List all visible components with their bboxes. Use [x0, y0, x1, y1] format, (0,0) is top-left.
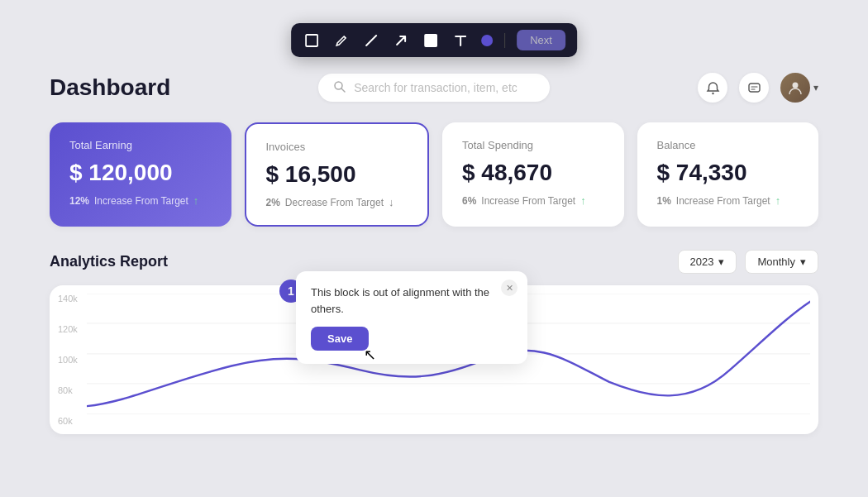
total-spending-percent: 6%	[462, 195, 476, 207]
total-earning-card: Total Earning $ 120,000 12% Increase Fro…	[50, 122, 231, 227]
balance-card: Balance $ 74,330 1% Increase From Target…	[637, 122, 819, 227]
invoices-percent: 2%	[266, 197, 280, 208]
invoices-arrow-icon: ↓	[389, 196, 394, 208]
main-content: Dashboard Search for transaction, item, …	[0, 0, 868, 451]
search-placeholder: Search for transaction, item, etc	[354, 81, 517, 94]
arrow-tool-icon[interactable]	[392, 31, 410, 50]
user-avatar	[780, 73, 810, 103]
y-label-80k: 80k	[58, 385, 78, 395]
balance-percent: 1%	[657, 195, 671, 207]
svg-rect-2	[424, 34, 437, 47]
annotation-tooltip: ✕ This block is out of alignment with th…	[296, 271, 527, 364]
text-tool-icon[interactable]	[451, 31, 470, 50]
total-spending-card: Total Spending $ 48,670 6% Increase From…	[442, 122, 624, 227]
balance-value: $ 74,330	[657, 160, 799, 186]
search-icon	[333, 80, 346, 95]
total-earning-change-label: Increase From Target	[94, 195, 188, 207]
y-label-120k: 120k	[58, 324, 78, 334]
invoices-change-label: Decrease From Target	[285, 197, 384, 208]
total-earning-arrow-icon: ↑	[193, 194, 199, 207]
page-title: Dashboard	[50, 74, 170, 101]
annotation-marker: 1 ✕ This block is out of alignment with …	[279, 280, 303, 303]
invoices-footer: 2% Decrease From Target ↓	[266, 196, 408, 208]
total-earning-footer: 12% Increase From Target ↑	[69, 194, 212, 207]
period-dropdown[interactable]: Monthly ▾	[745, 250, 818, 274]
frame-tool-icon[interactable]	[303, 31, 321, 50]
annotation-close-button[interactable]: ✕	[501, 280, 517, 296]
period-dropdown-chevron-icon: ▾	[800, 256, 806, 268]
svg-point-5	[712, 92, 713, 93]
toolbar-divider	[504, 33, 505, 48]
y-label-60k: 60k	[58, 416, 78, 426]
svg-rect-0	[306, 35, 317, 46]
analytics-controls: 2023 ▾ Monthly ▾	[678, 250, 818, 274]
total-earning-value: $ 120,000	[69, 160, 212, 186]
search-bar[interactable]: Search for transaction, item, etc	[318, 74, 550, 102]
year-dropdown[interactable]: 2023 ▾	[678, 250, 737, 274]
svg-rect-6	[749, 84, 760, 92]
invoices-value: $ 16,500	[266, 161, 408, 188]
shape-tool-icon[interactable]	[422, 31, 440, 50]
message-button[interactable]	[739, 73, 769, 103]
cards-row: Total Earning $ 120,000 12% Increase Fro…	[50, 122, 818, 227]
balance-label: Balance	[657, 139, 799, 151]
notification-button[interactable]	[698, 73, 727, 103]
total-earning-percent: 12%	[69, 195, 89, 207]
total-spending-value: $ 48,670	[462, 160, 604, 186]
balance-arrow-icon: ↑	[775, 194, 781, 207]
svg-line-4	[341, 88, 345, 92]
pen-tool-icon[interactable]	[332, 31, 351, 50]
total-earning-label: Total Earning	[69, 139, 212, 151]
balance-footer: 1% Increase From Target ↑	[657, 194, 799, 207]
total-spending-change-label: Increase From Target	[481, 195, 575, 207]
year-dropdown-chevron-icon: ▾	[718, 256, 724, 268]
color-picker-dot[interactable]	[481, 35, 493, 46]
next-button[interactable]: Next	[517, 30, 565, 50]
user-avatar-wrap[interactable]: ▾	[780, 73, 818, 103]
analytics-title: Analytics Report	[50, 253, 168, 270]
total-spending-label: Total Spending	[462, 139, 604, 151]
annotation-toolbar: Next	[291, 23, 577, 57]
analytics-header: Analytics Report 2023 ▾ Monthly ▾	[50, 250, 818, 274]
y-label-140k: 140k	[58, 294, 78, 303]
header: Dashboard Search for transaction, item, …	[50, 73, 818, 103]
y-label-100k: 100k	[58, 355, 78, 365]
invoices-card: Invoices $ 16,500 2% Decrease From Targe…	[245, 122, 430, 227]
total-spending-arrow-icon: ↑	[580, 194, 586, 207]
balance-change-label: Increase From Target	[676, 195, 770, 207]
annotation-message: This block is out of alignment with the …	[311, 284, 513, 317]
svg-line-1	[366, 36, 376, 45]
total-spending-footer: 6% Increase From Target ↑	[462, 194, 604, 207]
line-tool-icon[interactable]	[362, 31, 380, 50]
svg-point-7	[793, 83, 799, 88]
avatar-chevron-icon: ▾	[813, 82, 818, 93]
header-icons: ▾	[698, 73, 818, 103]
annotation-save-button[interactable]: Save	[311, 327, 369, 351]
chart-y-labels: 140k 120k 100k 80k 60k	[58, 294, 78, 426]
invoices-label: Invoices	[266, 141, 408, 153]
